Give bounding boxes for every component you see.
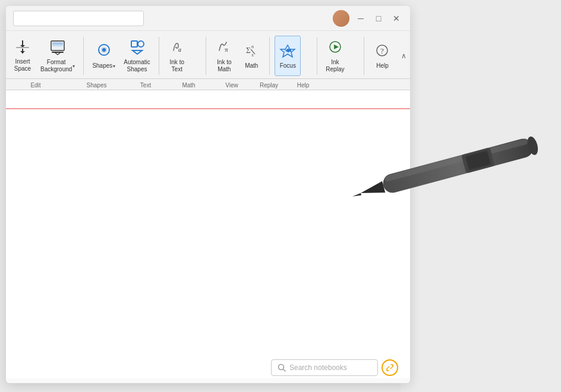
math-icon: ∑ n x <box>243 42 260 61</box>
ribbon-tool-automatic-shapes[interactable]: AutomaticShapes <box>120 36 153 76</box>
svg-text:x: x <box>251 52 254 58</box>
page-line <box>6 108 410 109</box>
search-notebooks-box[interactable]: Search notebooks <box>271 359 378 376</box>
ribbon-group-edit: InsertSpace <box>6 33 82 78</box>
divider-text-math <box>206 37 206 75</box>
user-avatar[interactable] <box>333 10 349 27</box>
math-label: Math <box>245 62 258 69</box>
ribbon-tool-shapes[interactable]: Shapes ▾ <box>89 36 119 76</box>
minimize-button[interactable]: ─ <box>354 12 367 25</box>
ribbon-tool-ink-to-math[interactable]: π Ink toMath <box>211 36 237 76</box>
ribbon-group-shapes: Shapes ▾ AutomaticShapes <box>85 33 157 78</box>
shapes-label: Shapes <box>92 62 112 69</box>
help-icon: ? <box>374 42 390 61</box>
automatic-shapes-icon <box>129 39 146 58</box>
insert-space-icon <box>15 39 30 57</box>
title-bar: ─ □ ✕ <box>6 6 410 31</box>
divider-shapes-text <box>159 37 159 75</box>
svg-rect-8 <box>52 45 63 46</box>
ribbon-group-math: π Ink toMath ∑ n x Math <box>207 33 268 78</box>
section-labels-row: Edit Shapes Text Math View Replay Help <box>6 78 410 90</box>
svg-text:n: n <box>251 44 254 49</box>
ribbon: InsertSpace <box>6 31 410 90</box>
help-label: Help <box>376 62 389 69</box>
svg-text:?: ? <box>380 46 384 55</box>
ribbon-group-replay: InkReplay <box>319 33 363 78</box>
ribbon-tool-math[interactable]: ∑ n x Math <box>238 36 264 76</box>
group-label-replay: Replay <box>255 81 283 90</box>
search-area: Search notebooks <box>271 359 398 376</box>
ribbon-tool-format-background[interactable]: FormatBackground ▾ <box>37 36 78 76</box>
svg-rect-2 <box>16 47 29 48</box>
divider-view-replay <box>317 37 317 75</box>
ribbon-tool-ink-replay[interactable]: InkReplay <box>322 36 348 76</box>
title-search-box[interactable] <box>13 11 144 26</box>
svg-point-15 <box>138 41 144 47</box>
ink-replay-label: InkReplay <box>326 59 344 73</box>
ribbon-tool-ink-to-text[interactable]: a Ink toText <box>164 36 190 76</box>
ribbon-tools-row: InsertSpace <box>6 33 410 78</box>
right-panel <box>401 0 561 392</box>
ink-to-math-label: Ink toMath <box>217 59 231 73</box>
focus-label: Focus <box>280 62 296 69</box>
insert-space-label: InsertSpace <box>14 58 31 72</box>
format-background-label: FormatBackground <box>40 59 72 73</box>
group-label-text: Text <box>135 81 156 90</box>
ink-to-text-icon: a <box>169 39 185 58</box>
group-label-shapes: Shapes <box>82 81 112 90</box>
svg-rect-10 <box>52 52 64 53</box>
svg-rect-7 <box>52 42 63 45</box>
format-background-icon <box>49 39 66 58</box>
avatar-image <box>333 10 349 27</box>
ribbon-collapse-button[interactable]: ∧ <box>401 52 406 60</box>
svg-rect-25 <box>289 49 291 52</box>
ribbon-group-text: a Ink toText <box>160 33 205 78</box>
ink-replay-icon <box>327 39 343 58</box>
content-area <box>6 90 410 378</box>
svg-line-31 <box>283 369 286 372</box>
expand-button[interactable] <box>382 359 398 376</box>
svg-rect-14 <box>131 41 137 47</box>
expand-icon <box>386 363 394 372</box>
ribbon-tool-focus[interactable]: Focus <box>275 36 301 76</box>
ink-to-math-icon: π <box>216 39 232 58</box>
focus-icon <box>279 42 296 61</box>
svg-point-13 <box>102 48 106 52</box>
svg-marker-4 <box>20 51 25 53</box>
group-label-math: Math <box>177 81 200 90</box>
divider-replay-help <box>364 37 364 75</box>
group-label-edit: Edit <box>26 81 45 90</box>
divider-edit-shapes <box>83 37 84 75</box>
format-background-dropdown-icon: ▾ <box>73 64 75 69</box>
ink-to-text-label: Ink toText <box>170 59 184 73</box>
search-placeholder: Search notebooks <box>289 363 347 372</box>
ribbon-tool-help[interactable]: ? Help <box>369 36 395 76</box>
ribbon-group-view: Focus <box>271 33 316 78</box>
maximize-button[interactable]: □ <box>372 12 385 25</box>
close-button[interactable]: ✕ <box>390 12 403 25</box>
automatic-shapes-label: AutomaticShapes <box>124 59 150 73</box>
shapes-icon <box>96 42 112 61</box>
svg-text:a: a <box>178 46 181 53</box>
svg-text:π: π <box>225 46 228 53</box>
svg-text:∑: ∑ <box>246 46 251 53</box>
divider-math-view <box>269 37 270 75</box>
title-controls: ─ □ ✕ <box>333 10 403 27</box>
main-window: ─ □ ✕ <box>6 6 410 383</box>
svg-rect-9 <box>52 46 63 49</box>
group-label-help: Help <box>292 81 314 90</box>
svg-marker-27 <box>334 45 339 49</box>
group-label-view: View <box>220 81 243 90</box>
ribbon-tool-insert-space[interactable]: InsertSpace <box>10 36 36 76</box>
search-icon <box>278 363 286 372</box>
